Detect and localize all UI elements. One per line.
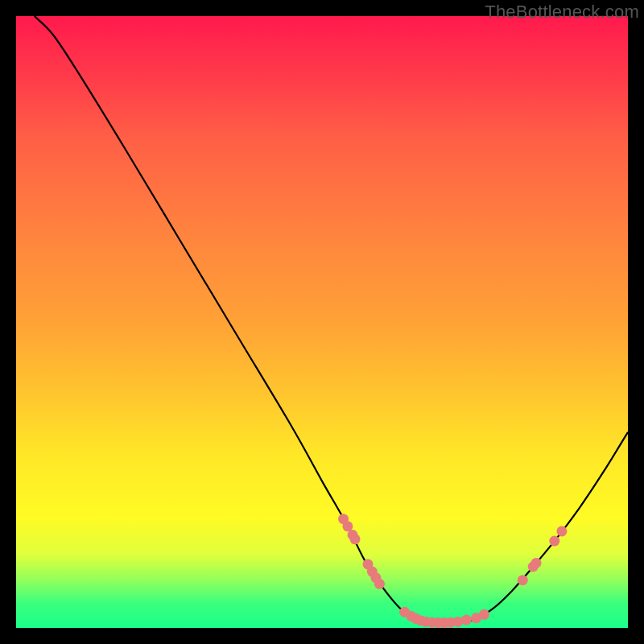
data-marker (374, 579, 385, 589)
data-marker (350, 534, 361, 544)
data-marker (518, 575, 528, 585)
bottleneck-curve (35, 16, 628, 623)
watermark-text: TheBottleneck.com (485, 2, 639, 23)
data-marker (549, 536, 559, 547)
data-marker (531, 558, 542, 568)
data-marker (479, 609, 489, 620)
data-marker (556, 526, 567, 536)
plot-area (16, 16, 628, 628)
data-marker (461, 615, 472, 625)
chart-svg (16, 16, 628, 628)
chart-container: TheBottleneck.com (0, 0, 644, 644)
